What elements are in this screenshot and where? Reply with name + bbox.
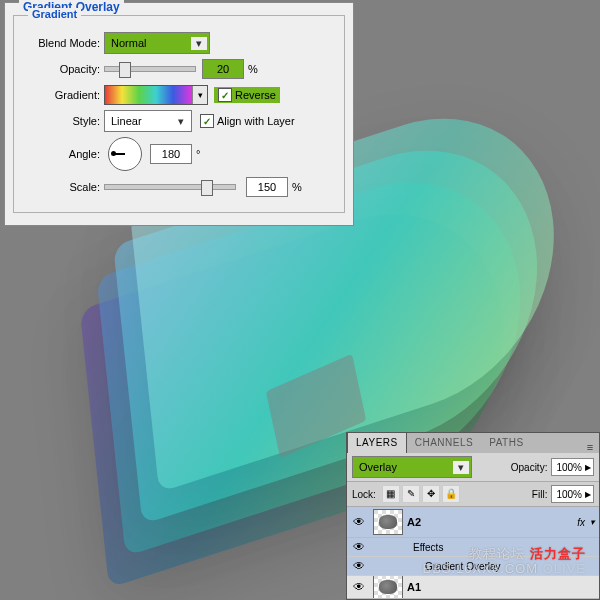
chevron-down-icon: ▾ [590,517,595,527]
watermark-credit: OLIVE [543,561,586,576]
blend-opacity-row: Overlay ▾ Opacity: 100% ▶ [347,453,599,481]
blend-mode-label: Blend Mode: [22,37,104,49]
fill-input[interactable]: 100% ▶ [551,485,594,503]
reverse-option[interactable]: Reverse [214,87,280,103]
panel-tabs: LAYERS CHANNELS PATHS ≡ [347,433,599,453]
align-option[interactable]: Align with Layer [200,114,295,128]
lock-transparency-icon[interactable]: ▦ [382,485,400,503]
chevron-down-icon: ▾ [191,37,207,50]
watermark-text-red: 活力盒子 [530,546,586,561]
visibility-eye-icon[interactable]: 👁 [349,540,369,554]
chevron-right-icon: ▶ [585,490,591,499]
slider-thumb-icon[interactable] [201,180,213,196]
layer-opacity-value: 100% [556,462,582,473]
style-select[interactable]: Linear ▾ [104,110,192,132]
lock-pixels-icon[interactable]: ✎ [402,485,420,503]
layer-blend-mode-select[interactable]: Overlay ▾ [352,456,472,478]
chevron-down-icon[interactable]: ▾ [192,86,207,104]
angle-dial[interactable] [108,137,142,171]
reverse-checkbox[interactable] [218,88,232,102]
layer-thumbnail[interactable] [373,576,403,599]
layer-thumbnail[interactable] [373,509,403,535]
angle-row: Angle: 180 ° [22,136,336,172]
layer-blend-mode-value: Overlay [359,461,397,473]
scale-slider[interactable] [104,184,236,190]
fx-label: fx [577,517,585,528]
watermark: 教程论坛 活力盒子 BBS.16XX8.COM OLIVE [422,546,586,576]
opacity-slider[interactable] [104,66,196,72]
visibility-eye-icon[interactable]: 👁 [349,559,369,573]
lock-position-icon[interactable]: ✥ [422,485,440,503]
align-label: Align with Layer [217,115,295,127]
fill-value: 100% [556,489,582,500]
layer-opacity-input[interactable]: 100% ▶ [551,458,594,476]
scale-row: Scale: 150 % [22,176,336,198]
opacity-row: Opacity: 20 % [22,58,336,80]
reverse-label: Reverse [235,89,276,101]
gradient-row: Gradient: ▾ Reverse [22,84,336,106]
chevron-down-icon: ▾ [453,461,469,474]
opacity-unit: % [248,63,258,75]
layer-name[interactable]: A2 [407,516,421,528]
blend-mode-row: Blend Mode: Normal ▾ [22,32,336,54]
gradient-overlay-dialog: Gradient Overlay Gradient Blend Mode: No… [4,2,354,226]
layer-row[interactable]: 👁 A2 fx ▾ [347,507,599,538]
layer-fx-indicator[interactable]: fx ▾ [577,517,595,528]
fill-label: Fill: [532,489,548,500]
gradient-group: Gradient Blend Mode: Normal ▾ Opacity: 2… [13,15,345,213]
scale-unit: % [292,181,302,193]
style-label: Style: [22,115,104,127]
angle-dot-icon [111,151,116,156]
opacity-input[interactable]: 20 [202,59,244,79]
scale-input[interactable]: 150 [246,177,288,197]
thumbnail-shape-icon [379,515,397,529]
watermark-text: 教程论坛 [469,546,525,561]
layer-row[interactable]: 👁 A1 [347,576,599,599]
lock-label: Lock: [352,489,376,500]
visibility-eye-icon[interactable]: 👁 [349,515,369,529]
slider-thumb-icon[interactable] [119,62,131,78]
blend-mode-value: Normal [111,37,146,49]
thumbnail-shape-icon [379,580,397,594]
blend-mode-select[interactable]: Normal ▾ [104,32,210,54]
lock-fill-row: Lock: ▦ ✎ ✥ 🔒 Fill: 100% ▶ [347,481,599,507]
gradient-label: Gradient: [22,89,104,101]
align-checkbox[interactable] [200,114,214,128]
tab-paths[interactable]: PATHS [481,433,531,453]
tab-channels[interactable]: CHANNELS [407,433,481,453]
angle-input[interactable]: 180 [150,144,192,164]
lock-all-icon[interactable]: 🔒 [442,485,460,503]
style-row: Style: Linear ▾ Align with Layer [22,110,336,132]
lock-icons-group: ▦ ✎ ✥ 🔒 [382,485,460,503]
scale-label: Scale: [22,181,104,193]
layer-name[interactable]: A1 [407,581,421,593]
chevron-right-icon: ▶ [585,463,591,472]
group-label: Gradient [28,8,81,20]
watermark-url: BBS.16XX8.COM [422,561,538,576]
chevron-down-icon: ▾ [173,115,189,128]
angle-label: Angle: [22,148,104,160]
gradient-picker[interactable]: ▾ [104,85,208,105]
visibility-eye-icon[interactable]: 👁 [349,580,369,594]
style-value: Linear [111,115,142,127]
layer-opacity-label: Opacity: [511,462,548,473]
panel-menu-icon[interactable]: ≡ [581,441,599,453]
opacity-label: Opacity: [22,63,104,75]
tab-layers[interactable]: LAYERS [347,432,407,453]
angle-unit: ° [196,148,200,160]
canvas-background: Gradient Overlay Gradient Blend Mode: No… [0,0,600,600]
